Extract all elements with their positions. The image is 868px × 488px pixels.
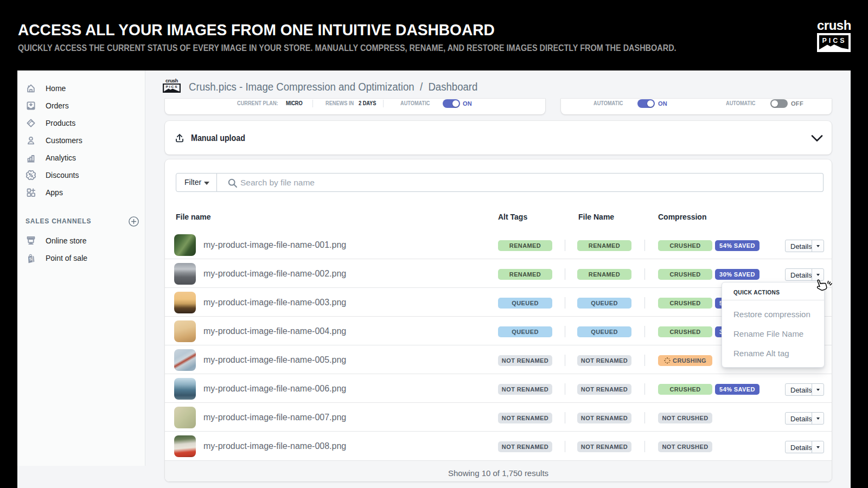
svg-text:PICS: PICS [822,37,846,44]
svg-text:PICS: PICS [166,85,178,88]
